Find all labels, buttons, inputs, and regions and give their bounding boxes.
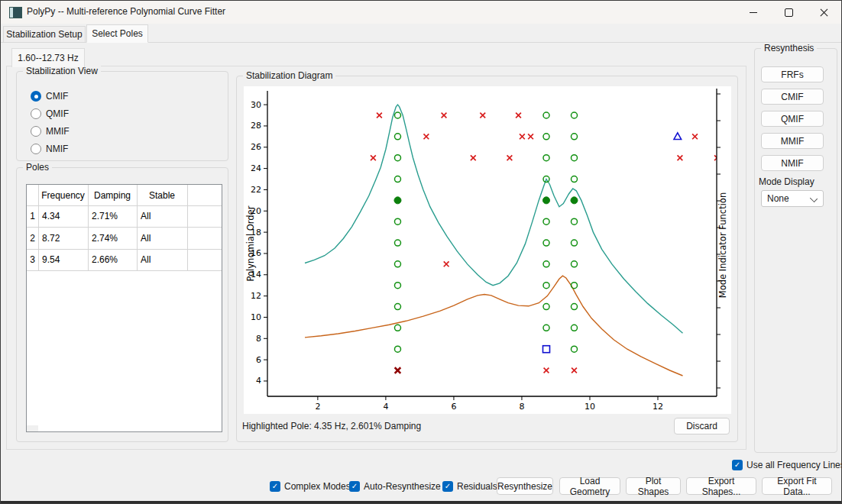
pole-marker-stable bbox=[571, 155, 577, 161]
pole-marker-stable bbox=[543, 325, 549, 331]
radio-qmif[interactable]: QMIF bbox=[31, 108, 69, 120]
mmif-button[interactable]: MMIF bbox=[761, 133, 824, 149]
y-axis-label: Polynomial Order bbox=[245, 205, 256, 281]
cell-stable[interactable]: All bbox=[141, 249, 187, 270]
complex-modes-checkbox[interactable]: ✓ Complex Modes bbox=[270, 480, 351, 493]
pole-marker-stable bbox=[543, 240, 549, 246]
window-title: PolyPy -- Multi-reference Polynomial Cur… bbox=[27, 6, 225, 17]
col-header-stable[interactable]: Stable bbox=[137, 185, 187, 205]
tab-select-poles[interactable]: Select Poles bbox=[86, 24, 148, 43]
radio-mmif[interactable]: MMIF bbox=[31, 125, 70, 137]
highlighted-pole-status: Highlighted Pole: 4.35 Hz, 2.601% Dampin… bbox=[242, 421, 421, 431]
pole-marker-stable bbox=[543, 112, 549, 118]
col-header-frequency[interactable]: Frequency bbox=[38, 185, 88, 205]
pole-marker-unstable-highlighted bbox=[395, 367, 401, 373]
pole-marker-selected bbox=[571, 197, 578, 204]
svg-text:8: 8 bbox=[256, 334, 261, 344]
svg-text:30: 30 bbox=[251, 100, 261, 110]
tab-stabilization-setup[interactable]: Stabilization Setup bbox=[3, 26, 86, 43]
pole-marker-unstable bbox=[371, 155, 376, 160]
pole-marker-stable bbox=[394, 176, 400, 183]
svg-text:28: 28 bbox=[251, 121, 261, 131]
cell-damping[interactable]: 2.71% bbox=[92, 205, 137, 227]
resynthesis-group: Resynthesis bbox=[754, 48, 837, 453]
radio-cmif[interactable]: CMIF bbox=[31, 90, 68, 102]
cmif-button[interactable]: CMIF bbox=[761, 89, 824, 105]
title-bar: PolyPy -- Multi-reference Polynomial Cur… bbox=[1, 1, 841, 24]
svg-text:10: 10 bbox=[585, 402, 595, 412]
pole-marker-stable bbox=[543, 134, 549, 140]
plot-shapes-button[interactable]: Plot Shapes bbox=[626, 477, 681, 495]
resynthesize-button[interactable]: Resynthesize bbox=[497, 477, 553, 495]
qmif-button[interactable]: QMIF bbox=[761, 111, 824, 127]
pole-marker-stable bbox=[543, 283, 549, 289]
frfs-button[interactable]: FRFs bbox=[761, 66, 824, 82]
svg-text:12: 12 bbox=[251, 291, 261, 301]
pole-marker-stable bbox=[571, 346, 577, 352]
pole-marker-stable bbox=[543, 261, 549, 267]
app-window: PolyPy -- Multi-reference Polynomial Cur… bbox=[0, 0, 842, 504]
pole-marker-square bbox=[542, 346, 549, 353]
cell-frequency[interactable]: 8.72 bbox=[42, 227, 88, 249]
cell-frequency[interactable]: 4.34 bbox=[42, 205, 88, 227]
export-fit-data-button[interactable]: Export Fit Data... bbox=[762, 477, 832, 495]
pole-marker-stable bbox=[394, 283, 400, 289]
poles-table[interactable]: Frequency Damping Stable 1 4.34 2.71% Al… bbox=[26, 184, 222, 432]
load-geometry-button[interactable]: Load Geometry bbox=[559, 477, 620, 495]
pole-marker-stable bbox=[571, 218, 577, 225]
pole-marker-unstable bbox=[377, 113, 382, 118]
checkbox-checked-icon: ✓ bbox=[270, 481, 280, 492]
pole-marker-stable bbox=[571, 240, 577, 246]
svg-text:12: 12 bbox=[653, 402, 663, 412]
svg-text:10: 10 bbox=[251, 312, 261, 322]
radio-nmif[interactable]: NMIF bbox=[31, 143, 68, 155]
residuals-checkbox[interactable]: ✓ Residuals bbox=[442, 480, 497, 493]
maximize-button[interactable] bbox=[771, 1, 806, 24]
pole-marker-unstable bbox=[423, 134, 429, 139]
resynthesis-title: Resynthesis bbox=[761, 43, 817, 53]
mode-display-label: Mode Display bbox=[759, 176, 814, 187]
tab-frequency-band[interactable]: 1.60--12.73 Hz bbox=[11, 48, 85, 67]
pole-marker-stable bbox=[543, 304, 549, 310]
pole-marker-stable bbox=[571, 134, 577, 140]
checkbox-checked-icon: ✓ bbox=[732, 460, 743, 470]
maximize-icon bbox=[785, 8, 793, 17]
poles-title: Poles bbox=[23, 162, 52, 173]
mif-curve-2 bbox=[305, 276, 683, 376]
auto-resynthesize-checkbox[interactable]: ✓ Auto-Resynthesize bbox=[349, 480, 441, 493]
mode-display-dropdown[interactable]: None bbox=[761, 190, 824, 207]
cell-damping[interactable]: 2.74% bbox=[92, 227, 137, 249]
cell-damping[interactable]: 2.66% bbox=[92, 249, 137, 270]
pole-marker-unstable bbox=[444, 261, 449, 267]
window-bottom-edge bbox=[1, 501, 841, 503]
radio-icon bbox=[31, 108, 41, 119]
minimize-icon bbox=[750, 12, 757, 13]
export-shapes-button[interactable]: Export Shapes... bbox=[686, 477, 756, 495]
cell-stable[interactable]: All bbox=[141, 227, 187, 249]
cell-stable[interactable]: All bbox=[141, 205, 187, 227]
svg-text:6: 6 bbox=[451, 402, 456, 412]
pole-marker-stable bbox=[394, 218, 400, 225]
pole-marker-stable bbox=[571, 325, 577, 331]
pole-marker-unstable bbox=[471, 155, 476, 160]
stabilization-chart[interactable]: 468101214161820222426283024681012Polynom… bbox=[244, 86, 731, 414]
pole-marker-stable bbox=[394, 304, 400, 310]
pole-marker-unstable bbox=[516, 113, 521, 118]
mode-display-value: None bbox=[767, 193, 789, 204]
radio-selected-icon bbox=[31, 91, 41, 102]
pole-marker-unstable bbox=[442, 113, 447, 118]
pole-marker-unstable bbox=[507, 155, 513, 160]
use-all-frequency-lines-checkbox[interactable]: ✓ Use all Frequency Lines bbox=[732, 459, 842, 471]
col-header-damping[interactable]: Damping bbox=[88, 185, 137, 205]
discard-button[interactable]: Discard bbox=[674, 418, 730, 435]
stabilization-view-group: Stabilization View CMIF QMIF MMIF NMIF bbox=[16, 71, 228, 161]
pole-marker-stable bbox=[543, 155, 549, 161]
nmif-button[interactable]: NMIF bbox=[761, 155, 824, 171]
pole-marker-unstable bbox=[572, 368, 577, 373]
row-header: 2 bbox=[27, 227, 38, 249]
pole-marker-stable bbox=[394, 325, 400, 331]
stabilization-chart-panel: 468101214161820222426283024681012Polynom… bbox=[244, 86, 731, 414]
cell-frequency[interactable]: 9.54 bbox=[42, 249, 88, 270]
close-button[interactable] bbox=[806, 1, 841, 24]
minimize-button[interactable] bbox=[736, 1, 771, 24]
